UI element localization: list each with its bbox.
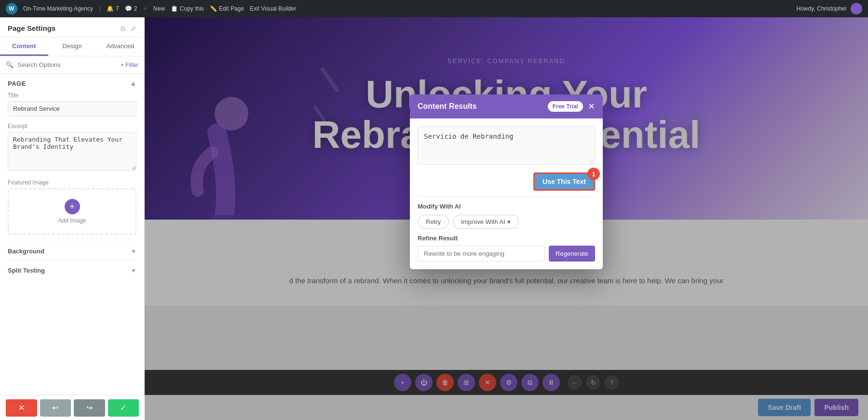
expand-icon[interactable]: ⤢ bbox=[131, 25, 136, 32]
split-testing-label: Split Testing bbox=[8, 267, 45, 274]
regenerate-button[interactable]: Regenerate bbox=[549, 246, 595, 262]
refine-row: Regenerate bbox=[418, 246, 595, 262]
excerpt-label: Excerpt bbox=[8, 123, 136, 130]
background-label: Background bbox=[8, 248, 44, 255]
left-panel: Page Settings ⊙ ⤢ Content Design Advance… bbox=[0, 17, 145, 420]
add-image-box[interactable]: + Add Image bbox=[8, 188, 136, 235]
page-section-header: Page ▲ bbox=[8, 79, 136, 87]
wordpress-logo[interactable]: W bbox=[6, 3, 17, 14]
add-image-icon: + bbox=[65, 199, 80, 214]
retry-button[interactable]: Retry bbox=[418, 215, 449, 229]
divider bbox=[418, 197, 595, 197]
top-bar: W On-Time Marketing Agency | 🔔 7 💬 2 + N… bbox=[0, 0, 868, 17]
howdy-text: Howdy, Christopher bbox=[797, 5, 847, 12]
new-item[interactable]: New bbox=[153, 5, 165, 12]
modify-buttons: Retry Improve With AI ▾ bbox=[418, 215, 595, 229]
exit-builder-item[interactable]: Exit Visual Builder bbox=[250, 5, 297, 12]
free-trial-badge[interactable]: Free Trial bbox=[548, 101, 583, 112]
panel-search: 🔍 + Filter bbox=[0, 56, 144, 74]
background-header[interactable]: Background ▼ bbox=[8, 248, 136, 255]
panel-header-icons: ⊙ ⤢ bbox=[120, 25, 136, 32]
excerpt-field-group: Excerpt bbox=[8, 123, 136, 172]
modal-header: Content Results Free Trial ✕ bbox=[410, 94, 603, 118]
use-this-btn-wrapper: 1 Use This Text bbox=[418, 172, 595, 191]
step-badge: 1 bbox=[587, 168, 600, 180]
modal-close-button[interactable]: ✕ bbox=[588, 102, 595, 111]
confirm-button[interactable]: ✓ bbox=[108, 399, 139, 417]
filter-button[interactable]: + Filter bbox=[121, 62, 138, 68]
background-section: Background ▼ bbox=[8, 241, 136, 261]
search-input[interactable] bbox=[17, 61, 117, 68]
top-bar-right: Howdy, Christopher bbox=[797, 3, 862, 14]
modal-header-right: Free Trial ✕ bbox=[548, 101, 595, 112]
search-icon: 🔍 bbox=[6, 61, 14, 68]
title-label: Title bbox=[8, 92, 136, 99]
refine-input[interactable] bbox=[418, 246, 545, 262]
dropdown-arrow-icon: ▾ bbox=[507, 218, 511, 225]
excerpt-textarea[interactable] bbox=[8, 132, 136, 171]
content-textarea-wrapper: ⤡ bbox=[418, 126, 595, 167]
panel-title: Page Settings bbox=[8, 24, 55, 32]
split-testing-arrow-icon: ▼ bbox=[131, 267, 136, 274]
main-area: SERVICE: COMPANY REBRAND Unlocking Your … bbox=[145, 17, 868, 420]
edit-page-item[interactable]: ✏️ Edit Page bbox=[210, 5, 244, 12]
content-textarea[interactable] bbox=[418, 126, 595, 165]
panel-content: Page ▲ Title Excerpt Featured Image + Ad… bbox=[0, 74, 144, 399]
panel-header: Page Settings ⊙ ⤢ bbox=[0, 17, 144, 38]
tab-design[interactable]: Design bbox=[48, 38, 96, 56]
comments-item[interactable]: 💬 2 bbox=[125, 5, 137, 12]
modify-label: Modify With AI bbox=[418, 203, 595, 210]
bottom-action-bar: ✕ ↩ ↪ ✓ bbox=[0, 395, 145, 420]
title-field-group: Title bbox=[8, 92, 136, 116]
improve-with-ai-button[interactable]: Improve With AI ▾ bbox=[453, 215, 519, 229]
resize-handle-icon: ⤡ bbox=[588, 158, 593, 165]
modal-overlay: Content Results Free Trial ✕ ⤡ 1 Use Thi… bbox=[145, 17, 868, 420]
title-input[interactable] bbox=[8, 101, 136, 116]
refine-label: Refine Result bbox=[418, 235, 595, 242]
content-results-modal: Content Results Free Trial ✕ ⤡ 1 Use Thi… bbox=[410, 94, 603, 269]
settings-icon[interactable]: ⊙ bbox=[120, 25, 126, 32]
modify-section: Modify With AI Retry Improve With AI ▾ bbox=[418, 203, 595, 229]
refine-section: Refine Result Regenerate bbox=[418, 235, 595, 262]
split-testing-header[interactable]: Split Testing ▼ bbox=[8, 267, 136, 274]
cancel-button[interactable]: ✕ bbox=[6, 399, 37, 417]
featured-image-section: Featured Image + Add Image bbox=[8, 179, 136, 235]
redo-button[interactable]: ↪ bbox=[74, 399, 105, 417]
use-this-text-button[interactable]: Use This Text bbox=[533, 172, 595, 191]
background-arrow-icon: ▼ bbox=[131, 248, 136, 255]
page-section-title: Page bbox=[8, 80, 26, 87]
add-image-label: Add Image bbox=[18, 217, 126, 224]
notifications-item[interactable]: 🔔 7 bbox=[107, 5, 119, 12]
user-avatar[interactable] bbox=[851, 3, 862, 14]
undo-button[interactable]: ↩ bbox=[40, 399, 71, 417]
modal-body: ⤡ 1 Use This Text Modify With AI Retry I… bbox=[410, 118, 603, 269]
tab-content[interactable]: Content bbox=[0, 38, 48, 56]
featured-image-label: Featured Image bbox=[8, 179, 136, 186]
agency-link[interactable]: On-Time Marketing Agency bbox=[23, 5, 93, 12]
page-section-toggle[interactable]: ▲ bbox=[130, 79, 136, 87]
modal-title: Content Results bbox=[418, 102, 477, 111]
tab-advanced[interactable]: Advanced bbox=[96, 38, 144, 56]
panel-tabs: Content Design Advanced bbox=[0, 38, 144, 56]
copy-this-item[interactable]: 📋 Copy this bbox=[171, 5, 204, 12]
split-testing-section: Split Testing ▼ bbox=[8, 261, 136, 280]
